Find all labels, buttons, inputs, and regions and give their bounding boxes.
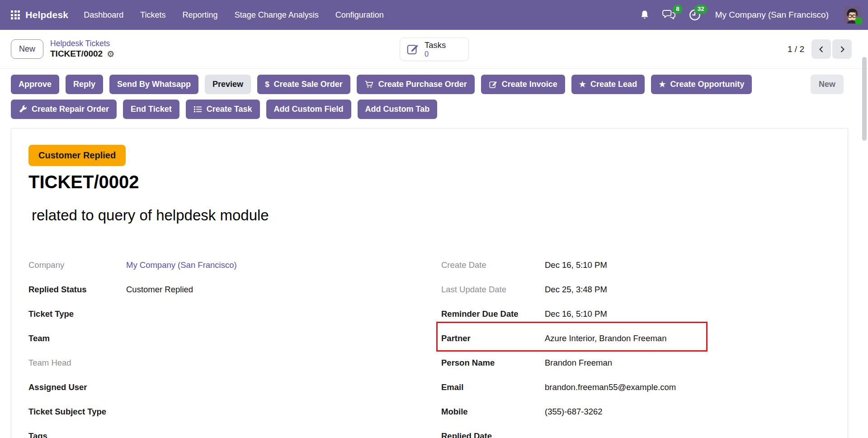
field-label: Assigned User — [28, 382, 126, 392]
chevron-left-icon — [817, 45, 826, 53]
create-task-button[interactable]: Create Task — [186, 100, 260, 119]
create-repair-order-button[interactable]: Create Repair Order — [11, 100, 117, 119]
button-label: Create Invoice — [502, 80, 557, 89]
field-label: Team Head — [28, 358, 126, 368]
breadcrumb-parent-link[interactable]: Helpdesk Tickets — [50, 39, 114, 48]
field-row-person-name: Person NameBrandon Freeman — [441, 358, 830, 382]
nav-item-dashboard[interactable]: Dashboard — [84, 10, 123, 20]
status-badge: Customer Replied — [28, 145, 126, 166]
button-label: Create Lead — [590, 80, 637, 89]
nav-item-stage-change-analysis[interactable]: Stage Change Analysis — [235, 10, 319, 20]
button-label: Add Custom Field — [274, 105, 344, 114]
tasks-label: Tasks — [425, 40, 446, 50]
field-row-mobile: Mobile(355)-687-3262 — [441, 407, 830, 431]
send-by-whatsapp-button[interactable]: Send By Whatsapp — [109, 75, 198, 94]
new-record-button[interactable]: New — [11, 39, 43, 59]
field-row-replied-status: Replied StatusCustomer Replied — [28, 285, 441, 309]
fields-column-left: CompanyMy Company (San Francisco)Replied… — [28, 260, 441, 438]
control-panel: New Helpdesk Tickets TICKET/0002 ⚙ Tasks… — [0, 30, 868, 69]
create-lead-button[interactable]: ★Create Lead — [571, 75, 645, 94]
field-value-partner[interactable]: Azure Interior, Brandon Freeman — [545, 333, 666, 343]
breadcrumb: Helpdesk Tickets TICKET/0002 ⚙ — [50, 39, 114, 59]
button-label: Add Custom Tab — [365, 105, 430, 114]
nav-menus: DashboardTicketsReportingStage Change An… — [84, 10, 384, 20]
field-label: Person Name — [441, 358, 545, 368]
field-value-company[interactable]: My Company (San Francisco) — [126, 260, 237, 270]
field-row-last-update-date: Last Update DateDec 25, 3:48 PM — [441, 285, 830, 309]
field-row-ticket-type: Ticket Type — [28, 309, 441, 333]
action-button-area: ApproveReplySend By WhatsappPreview$Crea… — [0, 69, 868, 126]
create-invoice-button[interactable]: Create Invoice — [481, 75, 565, 94]
field-value-create-date[interactable]: Dec 16, 5:10 PM — [545, 260, 607, 270]
company-switcher[interactable]: My Company (San Francisco) — [715, 10, 829, 20]
stage-badge-new[interactable]: New — [811, 75, 844, 94]
vertical-scrollbar[interactable] — [862, 57, 867, 141]
field-label: Create Date — [441, 260, 545, 270]
tasks-count: 0 — [425, 50, 446, 58]
field-row-tags: Tags — [28, 431, 441, 438]
field-value-replied-status[interactable]: Customer Replied — [126, 285, 193, 295]
field-value-email[interactable]: brandon.freeman55@example.com — [545, 382, 676, 392]
app-brand[interactable]: Helpdesk — [25, 10, 68, 20]
pager: 1 / 2 — [788, 39, 852, 59]
field-value-mobile[interactable]: (355)-687-3262 — [545, 407, 603, 417]
pager-value: 1 / 2 — [788, 44, 804, 54]
systray: 8 32 My Company (San Francisco) — [639, 6, 861, 24]
field-grid: CompanyMy Company (San Francisco)Replied… — [28, 260, 830, 438]
preview-button[interactable]: Preview — [205, 75, 251, 94]
field-label: Mobile — [441, 407, 545, 417]
field-row-assigned-user: Assigned User — [28, 382, 441, 407]
reply-button[interactable]: Reply — [66, 75, 103, 94]
nav-item-configuration[interactable]: Configuration — [335, 10, 384, 20]
button-label: Create Purchase Order — [378, 80, 467, 89]
nav-item-tickets[interactable]: Tickets — [140, 10, 165, 20]
online-status-dot — [855, 17, 863, 25]
nav-item-reporting[interactable]: Reporting — [183, 10, 218, 20]
field-value-reminder-due-date[interactable]: Dec 16, 5:10 PM — [545, 309, 607, 319]
field-row-replied-date: Replied Date — [441, 431, 830, 438]
create-opportunity-button[interactable]: ★Create Opportunity — [651, 75, 752, 94]
activities-clock-icon[interactable]: 32 — [689, 9, 701, 21]
create-sale-order-button[interactable]: $Create Sale Order — [257, 75, 350, 94]
tasks-stat-button[interactable]: Tasks 0 — [400, 38, 469, 61]
apps-menu-icon[interactable] — [11, 10, 20, 19]
button-label: Create Sale Order — [274, 80, 343, 89]
field-label: Replied Status — [28, 285, 126, 295]
star-icon: ★ — [659, 81, 665, 88]
user-avatar[interactable] — [844, 6, 861, 24]
field-label: Last Update Date — [441, 285, 545, 295]
list-icon — [193, 105, 202, 114]
ticket-form-sheet: Customer Replied TICKET/0002 related to … — [11, 128, 848, 438]
ticket-subject[interactable]: related to query of helpdesk module — [28, 207, 830, 224]
create-purchase-order-button[interactable]: Create Purchase Order — [357, 75, 475, 94]
field-label: Email — [441, 382, 545, 392]
field-row-email: Emailbrandon.freeman55@example.com — [441, 382, 830, 407]
field-label: Ticket Type — [28, 309, 126, 319]
pager-next-button[interactable] — [832, 39, 852, 59]
add-custom-field-button[interactable]: Add Custom Field — [266, 100, 351, 119]
field-value-last-update-date[interactable]: Dec 25, 3:48 PM — [545, 285, 607, 295]
field-label: Company — [28, 260, 126, 270]
approve-button[interactable]: Approve — [11, 75, 59, 94]
activities-badge: 32 — [694, 5, 708, 14]
gear-icon[interactable]: ⚙ — [107, 50, 114, 58]
field-row-company: CompanyMy Company (San Francisco) — [28, 260, 441, 285]
field-label: Ticket Subject Type — [28, 407, 126, 417]
button-label: End Ticket — [131, 105, 172, 114]
field-row-team-head: Team Head — [28, 358, 441, 382]
add-custom-tab-button[interactable]: Add Custom Tab — [358, 100, 438, 119]
messages-badge: 8 — [673, 5, 683, 14]
field-value-person-name[interactable]: Brandon Freeman — [545, 358, 612, 368]
field-label: Replied Date — [441, 431, 545, 438]
dollar-icon: $ — [265, 81, 269, 88]
breadcrumb-current: TICKET/0002 — [50, 49, 103, 59]
pager-previous-button[interactable] — [811, 39, 831, 59]
button-label: Approve — [19, 80, 52, 89]
wrench-icon — [19, 105, 27, 114]
button-label: Reply — [73, 80, 95, 89]
field-label: Partner — [441, 333, 545, 343]
button-label: Create Opportunity — [670, 80, 744, 89]
end-ticket-button[interactable]: End Ticket — [123, 100, 179, 119]
messages-icon[interactable]: 8 — [662, 9, 676, 21]
notifications-bell-icon[interactable] — [639, 9, 650, 21]
